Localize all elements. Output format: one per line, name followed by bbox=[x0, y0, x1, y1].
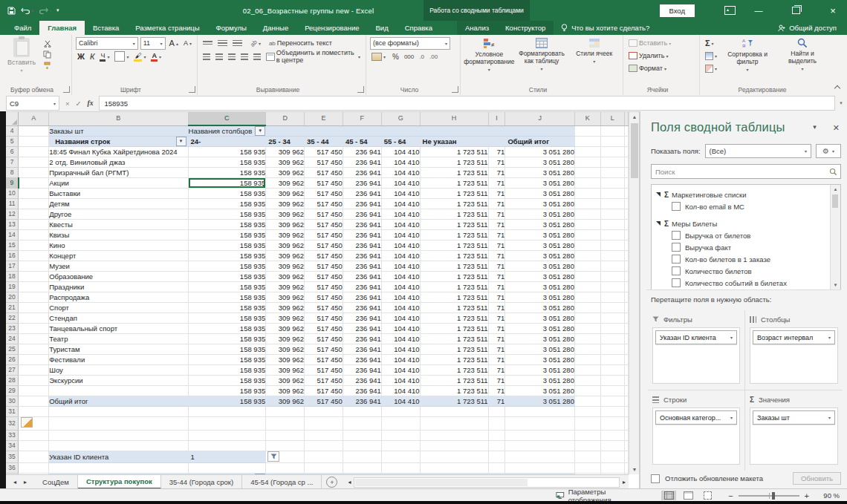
minimize-button[interactable]: — bbox=[744, 0, 773, 21]
grow-font-button[interactable]: А▴ bbox=[168, 37, 180, 49]
cell[interactable]: 1 723 511 bbox=[420, 334, 488, 344]
cell[interactable] bbox=[600, 417, 624, 431]
cell[interactable]: 158 935 bbox=[188, 261, 266, 272]
expand-formula-bar-icon[interactable]: ▾ bbox=[835, 95, 847, 111]
cell[interactable] bbox=[505, 125, 575, 137]
cell[interactable] bbox=[343, 407, 381, 417]
vertical-scrollbar[interactable]: ▲ ▼ bbox=[629, 112, 640, 474]
scroll-down-icon[interactable]: ▼ bbox=[831, 281, 840, 289]
autosum-button[interactable]: Σ▾ bbox=[704, 37, 718, 49]
redo-dropdown-icon[interactable]: ▾ bbox=[49, 8, 51, 13]
cell[interactable]: 158 935 bbox=[188, 209, 266, 220]
cell[interactable]: 71 bbox=[488, 157, 505, 168]
row-header[interactable]: 10 bbox=[6, 189, 19, 199]
cell[interactable]: 3 051 280 bbox=[505, 303, 575, 313]
row-labels-cell[interactable]: Названия строк▼ bbox=[49, 137, 188, 147]
alignment-dialog-launcher[interactable] bbox=[357, 86, 364, 93]
find-select-button[interactable]: Найти и выделить▾ bbox=[776, 37, 828, 85]
conditional-formatting-button[interactable]: ≠ Условное форматирование▾ bbox=[464, 37, 514, 85]
category-cell[interactable] bbox=[49, 386, 188, 396]
search-input[interactable] bbox=[652, 168, 829, 176]
cell[interactable]: 71 bbox=[488, 178, 505, 189]
cell[interactable] bbox=[624, 137, 628, 147]
cell[interactable] bbox=[19, 168, 49, 178]
cell[interactable]: 3 051 280 bbox=[505, 178, 575, 189]
cell[interactable] bbox=[624, 396, 628, 407]
cell[interactable] bbox=[574, 230, 600, 240]
cell[interactable]: 1 723 511 bbox=[420, 355, 488, 365]
increase-indent-icon[interactable] bbox=[252, 50, 262, 62]
cell[interactable] bbox=[343, 451, 381, 463]
field-checkbox[interactable] bbox=[672, 243, 681, 252]
cell[interactable]: 71 bbox=[488, 365, 505, 376]
font-size-select[interactable]: 11▾ bbox=[140, 37, 166, 50]
cell[interactable] bbox=[600, 178, 624, 189]
sheet-tab-socdem[interactable]: СоцДем bbox=[34, 475, 78, 489]
paste-button[interactable]: Вставить▾ bbox=[4, 37, 39, 85]
clipboard-dialog-launcher[interactable] bbox=[63, 86, 70, 93]
cell[interactable]: 1 723 511 bbox=[420, 261, 488, 272]
cell[interactable]: 3 051 280 bbox=[505, 209, 575, 220]
cell-styles-button[interactable]: Стили ячеек▾ bbox=[569, 37, 619, 85]
cell[interactable]: 309 962 bbox=[266, 209, 305, 220]
cell[interactable]: 104 410 bbox=[381, 209, 420, 220]
cell[interactable]: 309 962 bbox=[266, 261, 305, 272]
row-header[interactable]: 31 bbox=[6, 407, 19, 417]
cell[interactable]: 104 410 bbox=[381, 365, 420, 376]
cell[interactable] bbox=[19, 199, 49, 209]
tab-file[interactable]: Файл bbox=[6, 21, 39, 35]
horizontal-scroll-thumb[interactable] bbox=[355, 479, 527, 486]
cell[interactable]: 71 bbox=[488, 199, 505, 209]
pivot-dropdown-icon[interactable]: ▼ bbox=[255, 126, 265, 136]
cell[interactable]: 236 941 bbox=[343, 344, 381, 355]
cell[interactable] bbox=[600, 451, 624, 463]
field-checkbox[interactable] bbox=[672, 266, 681, 275]
cell[interactable] bbox=[574, 417, 600, 431]
column-header[interactable]: I bbox=[488, 112, 505, 125]
cell[interactable]: 236 941 bbox=[343, 240, 381, 251]
update-button[interactable]: Обновить bbox=[793, 472, 841, 485]
cell[interactable] bbox=[19, 417, 49, 431]
cell[interactable]: 104 410 bbox=[381, 199, 420, 209]
font-name-select[interactable]: Calibri▾ bbox=[76, 37, 138, 50]
cell[interactable] bbox=[600, 125, 624, 137]
cell[interactable] bbox=[624, 365, 628, 376]
cell[interactable] bbox=[19, 396, 49, 407]
cell[interactable] bbox=[19, 147, 49, 157]
sort-filter-button[interactable]: АЯ Сортировка и фильтр▾ bbox=[721, 37, 773, 85]
cell[interactable]: 517 450 bbox=[305, 189, 343, 199]
cell[interactable] bbox=[19, 251, 49, 261]
cell[interactable]: 309 962 bbox=[266, 324, 305, 334]
cell[interactable]: 3 051 280 bbox=[505, 261, 575, 272]
cell[interactable] bbox=[574, 240, 600, 251]
cell[interactable]: 158 935 bbox=[188, 282, 266, 292]
cell[interactable]: 158 935 bbox=[188, 334, 266, 344]
cell[interactable] bbox=[574, 344, 600, 355]
cell[interactable] bbox=[574, 209, 600, 220]
field-item[interactable]: Выручка факт bbox=[656, 241, 830, 253]
cell[interactable] bbox=[624, 386, 628, 396]
cell[interactable]: 236 941 bbox=[343, 396, 381, 407]
cell[interactable]: 517 450 bbox=[305, 220, 343, 230]
cell[interactable] bbox=[624, 272, 628, 282]
cell[interactable]: 236 941 bbox=[343, 313, 381, 324]
cell[interactable] bbox=[488, 407, 505, 417]
confirm-entry-icon[interactable]: ✓ bbox=[76, 99, 82, 108]
cell[interactable]: 1 723 511 bbox=[420, 282, 488, 292]
format-painter-icon[interactable] bbox=[42, 61, 52, 71]
cell[interactable] bbox=[188, 417, 266, 431]
age-group-header[interactable]: 25 - 34 bbox=[266, 137, 305, 147]
cell[interactable] bbox=[188, 462, 266, 473]
cell[interactable]: 309 962 bbox=[266, 376, 305, 386]
cell[interactable] bbox=[19, 261, 49, 272]
cell[interactable]: 236 941 bbox=[343, 261, 381, 272]
category-cell[interactable]: Призрачный бал (РГМТ) bbox=[49, 168, 188, 178]
cell[interactable]: 104 410 bbox=[381, 157, 420, 168]
cell[interactable] bbox=[600, 147, 624, 157]
tab-design[interactable]: Конструктор bbox=[497, 21, 554, 35]
cell[interactable] bbox=[505, 441, 575, 451]
close-button[interactable]: × bbox=[819, 0, 847, 21]
number-format-select[interactable]: (все форматы)▾ bbox=[370, 37, 450, 50]
cell[interactable] bbox=[19, 431, 49, 441]
cell[interactable]: 517 450 bbox=[305, 147, 343, 157]
